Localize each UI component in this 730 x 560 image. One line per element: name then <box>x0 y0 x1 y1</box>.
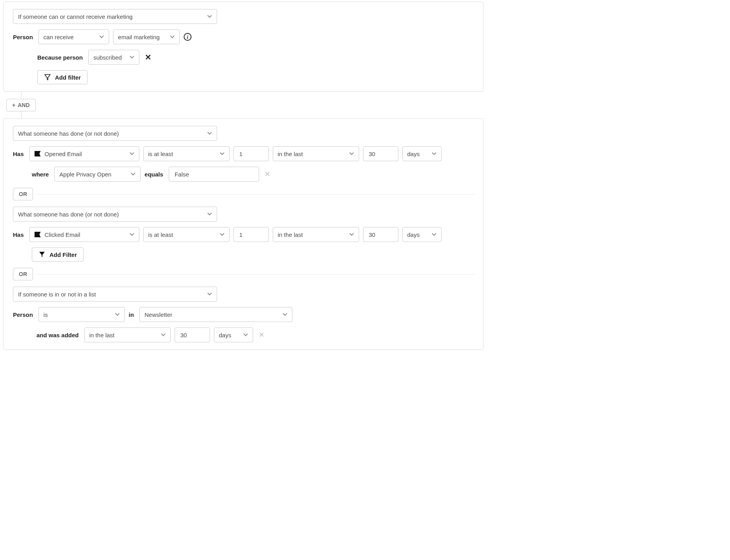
where-property-select[interactable]: Apple Privacy Open <box>54 167 141 182</box>
in-label: in <box>129 311 134 318</box>
time-unit-select[interactable]: days <box>402 227 442 242</box>
has-label: Has <box>13 231 24 238</box>
chevron-down-icon <box>207 293 212 296</box>
chevron-down-icon <box>161 333 166 336</box>
operator-select[interactable]: is at least <box>143 227 230 242</box>
add-filter-button[interactable]: Add Filter <box>32 247 84 262</box>
and-was-added-label: and was added <box>36 332 79 338</box>
person-label: Person <box>13 34 33 40</box>
reason-select[interactable]: subscribed <box>88 50 139 65</box>
funnel-icon <box>38 251 46 258</box>
can-receive-select[interactable]: can receive <box>38 29 109 44</box>
count-input[interactable] <box>234 227 269 242</box>
condition-group-b: What someone has done (or not done) Has … <box>3 118 484 350</box>
chevron-down-icon <box>220 152 224 155</box>
equals-label: equals <box>144 171 163 178</box>
connector-line <box>21 92 484 99</box>
or-separator: OR <box>13 188 474 200</box>
remove-where-button[interactable]: ✕ <box>263 170 272 178</box>
where-label: where <box>32 171 49 178</box>
chevron-down-icon <box>349 233 354 236</box>
channel-select[interactable]: email marketing <box>113 29 180 44</box>
chevron-down-icon <box>432 233 436 236</box>
event-select[interactable]: Opened Email <box>29 146 139 161</box>
or-separator: OR <box>13 268 474 280</box>
count-input[interactable] <box>234 146 269 161</box>
added-op-select[interactable]: in the last <box>84 327 171 342</box>
flag-icon <box>35 151 41 156</box>
chevron-down-icon <box>130 56 134 59</box>
chevron-down-icon <box>283 313 287 316</box>
condition-type-select[interactable]: What someone has done (or not done) <box>13 207 217 222</box>
chevron-down-icon <box>99 35 104 38</box>
because-person-label: Because person <box>37 54 83 61</box>
remove-reason-button[interactable]: ✕ <box>143 53 153 62</box>
time-value-input[interactable] <box>363 227 398 242</box>
list-select[interactable]: Newsletter <box>139 307 292 322</box>
person-label: Person <box>13 311 33 318</box>
added-value-input[interactable] <box>175 327 210 342</box>
operator-select[interactable]: is at least <box>143 146 230 161</box>
chevron-down-icon <box>349 152 354 155</box>
or-pill: OR <box>13 268 33 280</box>
plus-icon: + <box>12 102 15 108</box>
where-value-input[interactable] <box>169 167 259 182</box>
chevron-down-icon <box>170 35 175 38</box>
chevron-down-icon <box>130 152 134 155</box>
condition-group-a: If someone can or cannot receive marketi… <box>3 2 484 92</box>
chevron-down-icon <box>207 213 212 216</box>
is-select[interactable]: is <box>38 307 125 322</box>
flag-icon <box>35 232 41 237</box>
condition-type-select[interactable]: What someone has done (or not done) <box>13 126 217 141</box>
add-filter-button[interactable]: Add filter <box>37 70 88 84</box>
chevron-down-icon <box>243 333 248 336</box>
chevron-down-icon <box>130 233 134 236</box>
info-icon[interactable]: i <box>184 33 192 41</box>
condition-type-select[interactable]: If someone is in or not in a list <box>13 287 217 302</box>
time-unit-select[interactable]: days <box>402 146 442 161</box>
time-op-select[interactable]: in the last <box>273 227 359 242</box>
condition-type-label: If someone can or cannot receive marketi… <box>18 13 202 20</box>
chevron-down-icon <box>207 132 212 135</box>
chevron-down-icon <box>131 173 135 176</box>
time-op-select[interactable]: in the last <box>273 146 359 161</box>
funnel-icon <box>44 74 51 81</box>
added-unit-select[interactable]: days <box>214 327 253 342</box>
connector-line <box>21 111 484 118</box>
chevron-down-icon <box>115 313 120 316</box>
chevron-down-icon <box>207 15 212 18</box>
chevron-down-icon <box>220 233 224 236</box>
remove-added-button[interactable]: ✕ <box>257 331 266 339</box>
event-select[interactable]: Clicked Email <box>29 227 139 242</box>
condition-type-select[interactable]: If someone can or cannot receive marketi… <box>13 9 217 24</box>
chevron-down-icon <box>432 152 436 155</box>
time-value-input[interactable] <box>363 146 398 161</box>
or-pill: OR <box>13 188 33 200</box>
has-label: Has <box>13 151 24 157</box>
and-button[interactable]: + AND <box>6 99 36 111</box>
